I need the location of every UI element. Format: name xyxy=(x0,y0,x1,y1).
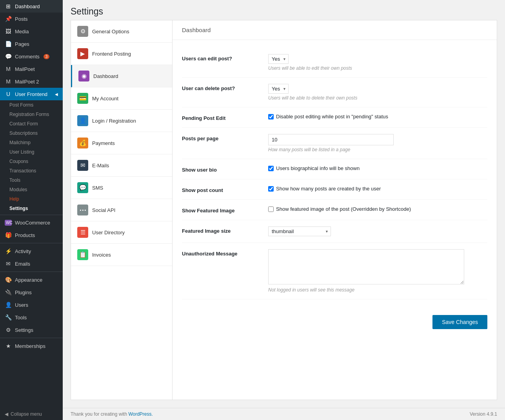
sidebar-item-comments[interactable]: 💬 Comments 3 xyxy=(0,50,63,63)
activity-icon: ⚡ xyxy=(5,248,12,254)
checkbox-post-count[interactable] xyxy=(268,186,274,192)
collapse-menu[interactable]: ◀ Collapse menu xyxy=(0,408,63,420)
sidebar-item-plugins[interactable]: 🔌 Plugins xyxy=(0,286,63,299)
mailpoet2-icon: M xyxy=(5,78,12,85)
user-frontend-icon: U xyxy=(5,91,12,97)
sidebar-item-tools-bottom[interactable]: 🔧 Tools xyxy=(0,311,63,324)
nav-item-invoices[interactable]: 📋 Invoices xyxy=(71,244,172,266)
checkbox-featured-image[interactable] xyxy=(268,206,274,212)
select-edit-post[interactable]: Yes No xyxy=(268,54,289,64)
woocommerce-icon: WC xyxy=(5,220,12,226)
sidebar-item-dashboard[interactable]: ⊞ Dashboard xyxy=(0,0,63,13)
nav-icon-social: ⋯ xyxy=(77,205,88,215)
settings-section-title: Dashboard xyxy=(173,20,497,40)
sidebar-sub-post-forms[interactable]: Post Forms xyxy=(5,100,63,110)
checkbox-row-user-bio: Users biographical info will be shown xyxy=(268,165,487,171)
sidebar-item-mailpoet2[interactable]: M MailPoet 2 xyxy=(0,75,63,88)
sidebar-item-user-frontend[interactable]: U User Frontend ◀ xyxy=(0,88,63,100)
nav-item-my-account[interactable]: 💳 My Account xyxy=(71,87,172,110)
nav-item-social-api[interactable]: ⋯ Social API xyxy=(71,199,172,221)
main-content: Settings ⚙ General Options ▶ Frontend Po… xyxy=(63,0,505,420)
save-changes-button[interactable]: Save Changes xyxy=(432,315,487,329)
nav-item-emails[interactable]: ✉ E-Mails xyxy=(71,154,172,177)
hint-edit-post: Users will be able to edit their own pos… xyxy=(268,65,487,71)
sidebar-item-appearance[interactable]: 🎨 Appearance xyxy=(0,273,63,286)
label-delete-post: User can delete post? xyxy=(182,84,260,91)
page-title: Settings xyxy=(71,6,497,17)
checkbox-row-featured: Show featured image of the post (Overrid… xyxy=(268,206,487,212)
form-row-pending-edit: Pending Post Edit Disable post editing w… xyxy=(182,107,487,128)
nav-item-general-options[interactable]: ⚙ General Options xyxy=(71,20,172,43)
sidebar-item-settings-bottom[interactable]: ⚙ Settings xyxy=(0,324,63,336)
sidebar-item-posts[interactable]: 📌 Posts xyxy=(0,13,63,25)
checkbox-row-post-count: Show how many posts are created by the u… xyxy=(268,186,487,192)
textarea-unauth-message[interactable] xyxy=(268,249,464,284)
sidebar-sub-settings[interactable]: Settings xyxy=(5,204,63,213)
nav-item-payments[interactable]: 💰 Payments xyxy=(71,132,172,154)
sidebar-item-emails[interactable]: ✉ Emails xyxy=(0,257,63,270)
sidebar-sub-help[interactable]: Help xyxy=(5,194,63,204)
plugins-icon: 🔌 xyxy=(5,289,12,295)
divider-4 xyxy=(0,338,63,338)
nav-icon-sms: 💬 xyxy=(77,182,88,193)
settings-content: Dashboard Users can edit post? Yes No Us… xyxy=(173,20,497,400)
control-image-size: thumbnail medium large full xyxy=(268,226,487,236)
form-row-featured-image: Show Featured Image Show featured image … xyxy=(182,200,487,220)
sidebar-item-users[interactable]: 👤 Users xyxy=(0,299,63,311)
sidebar-sub-registration-forms[interactable]: Registration Forms xyxy=(5,110,63,119)
sidebar-item-memberships[interactable]: ★ Memberships xyxy=(0,340,63,352)
label-user-bio: Show user bio xyxy=(182,165,260,173)
select-wrapper-edit-post: Yes No xyxy=(268,54,289,64)
select-delete-post[interactable]: Yes No xyxy=(268,84,289,94)
checkbox-label-post-count: Show how many posts are created by the u… xyxy=(276,186,381,192)
sidebar-sub-contact-form[interactable]: Contact Form xyxy=(5,119,63,129)
dashboard-icon: ⊞ xyxy=(5,3,12,9)
nav-item-user-directory[interactable]: ☰ User Directory xyxy=(71,221,172,244)
nav-icon-directory: ☰ xyxy=(77,227,88,238)
pages-icon: 📄 xyxy=(5,41,12,47)
comments-badge: 3 xyxy=(44,54,50,59)
checkbox-pending-edit[interactable] xyxy=(268,114,274,119)
sidebar-sub-subscriptions[interactable]: Subscriptions xyxy=(5,129,63,138)
label-image-size: Featured Image size xyxy=(182,226,260,234)
control-user-bio: Users biographical info will be shown xyxy=(268,165,487,171)
divider-2 xyxy=(0,243,63,243)
select-wrapper-delete-post: Yes No xyxy=(268,84,289,94)
control-delete-post: Yes No Users will be able to delete thei… xyxy=(268,84,487,101)
sidebar-sub-tools[interactable]: Tools xyxy=(5,176,63,185)
nav-icon-account: 💳 xyxy=(77,93,88,104)
content-area: ⚙ General Options ▶ Frontend Posting ◉ D… xyxy=(63,20,505,408)
sidebar-item-pages[interactable]: 📄 Pages xyxy=(0,38,63,50)
select-image-size[interactable]: thumbnail medium large full xyxy=(268,226,331,236)
nav-item-frontend-posting[interactable]: ▶ Frontend Posting xyxy=(71,43,172,65)
label-pending-edit: Pending Post Edit xyxy=(182,114,260,121)
sidebar-item-mailpoet[interactable]: M MailPoet xyxy=(0,63,63,75)
nav-item-dashboard[interactable]: ◉ Dashboard xyxy=(71,65,172,87)
hint-posts-per-page: How many posts will be listed in a page xyxy=(268,147,487,152)
nav-item-sms[interactable]: 💬 SMS xyxy=(71,177,172,199)
hint-delete-post: Users will be able to delete their own p… xyxy=(268,95,487,101)
checkbox-row-pending: Disable post editing while post in "pend… xyxy=(268,114,487,119)
sidebar-sub-mailchimp[interactable]: Mailchimp xyxy=(5,138,63,147)
sidebar-sub-user-listing[interactable]: User Listing xyxy=(5,147,63,157)
checkbox-user-bio[interactable] xyxy=(268,166,274,171)
sidebar-item-woocommerce[interactable]: WC WooCommerce xyxy=(0,217,63,229)
mailpoet-icon: M xyxy=(5,66,12,72)
sidebar-item-activity[interactable]: ⚡ Activity xyxy=(0,245,63,257)
form-row-user-bio: Show user bio Users biographical info wi… xyxy=(182,159,487,179)
sidebar-sub-coupons[interactable]: Coupons xyxy=(5,157,63,166)
wordpress-link[interactable]: WordPress. xyxy=(128,411,153,417)
sidebar-item-media[interactable]: 🖼 Media xyxy=(0,25,63,38)
sidebar-item-products[interactable]: 🎁 Products xyxy=(0,229,63,241)
posts-icon: 📌 xyxy=(5,16,12,22)
save-button-row: Save Changes xyxy=(173,307,497,337)
form-row-edit-post: Users can edit post? Yes No Users will b… xyxy=(182,48,487,78)
select-wrapper-image-size: thumbnail medium large full xyxy=(268,226,331,236)
input-posts-per-page[interactable] xyxy=(268,134,394,145)
nav-item-login-registration[interactable]: 👤 Login / Registration xyxy=(71,110,172,132)
sidebar-sub-modules[interactable]: Modules xyxy=(5,185,63,194)
label-posts-per-page: Posts per page xyxy=(182,134,260,141)
divider-3 xyxy=(0,272,63,272)
sidebar-sub-transactions[interactable]: Transactions xyxy=(5,166,63,176)
label-unauth-message: Unauthorized Message xyxy=(182,249,260,257)
